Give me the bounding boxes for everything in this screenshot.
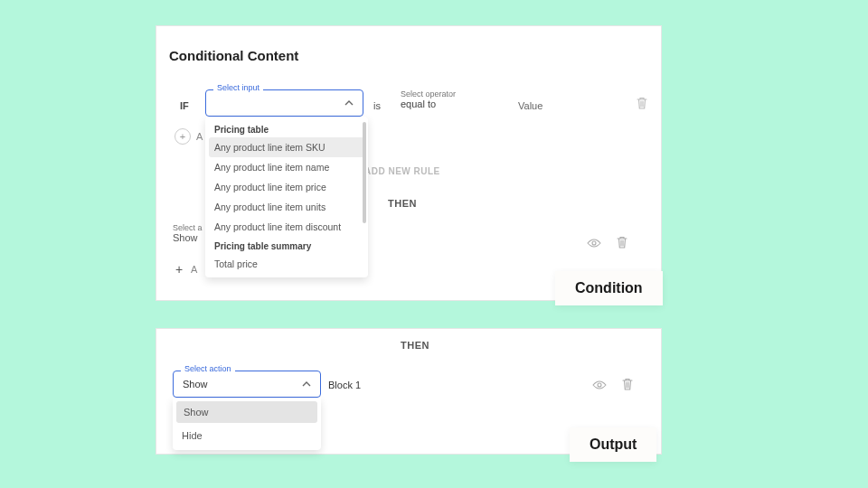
select-action-dropdown-menu: Show Hide: [173, 398, 321, 450]
add-condition-button[interactable]: + A: [175, 128, 203, 145]
select-input-field[interactable]: [206, 90, 363, 116]
dropdown-group-header: Pricing table: [205, 120, 368, 137]
svg-point-1: [598, 383, 601, 387]
trash-icon[interactable]: [616, 236, 628, 249]
scrollbar[interactable]: [363, 122, 366, 223]
then-label: THEN: [388, 198, 417, 209]
operator-group[interactable]: Select operator equal to: [401, 89, 456, 109]
dropdown-item[interactable]: Any product line item price: [205, 177, 368, 197]
is-label: is: [373, 100, 381, 111]
dropdown-item[interactable]: Any product line item SKU: [209, 137, 364, 157]
page-title: Conditional Content: [169, 48, 298, 63]
svg-point-0: [592, 241, 596, 245]
dropdown-group-header: Pricing table summary: [205, 237, 368, 254]
add-action-button[interactable]: + A: [173, 263, 197, 276]
eye-icon[interactable]: [592, 380, 607, 390]
dropdown-item[interactable]: Hide: [173, 425, 321, 446]
then-label: THEN: [401, 340, 429, 351]
dropdown-item[interactable]: Any product line item units: [205, 197, 368, 217]
trash-icon[interactable]: [621, 378, 634, 391]
select-action-value: Show: [173, 232, 198, 243]
plus-icon: +: [173, 263, 185, 276]
eye-icon[interactable]: [587, 238, 601, 249]
select-action-dropdown[interactable]: Select action Show: [173, 371, 321, 398]
operator-label: Select operator: [401, 89, 456, 99]
dropdown-item[interactable]: Any product line item discount: [205, 217, 368, 237]
select-input-dropdown[interactable]: Select input: [205, 89, 363, 117]
dropdown-item[interactable]: Total price: [205, 254, 368, 274]
select-action-label: Select a: [173, 223, 203, 232]
dropdown-item[interactable]: Show: [176, 401, 317, 423]
add-new-rule-button[interactable]: ADD NEW RULE: [364, 166, 440, 176]
select-action-group[interactable]: Select a Show: [173, 223, 203, 243]
value-field[interactable]: Value: [518, 100, 542, 111]
operator-value: equal to: [401, 99, 436, 109]
dropdown-item[interactable]: Any product line item name: [205, 157, 368, 177]
output-tag: Output: [570, 427, 656, 462]
add-action-label: A: [191, 264, 197, 275]
chevron-up-icon: [302, 381, 311, 387]
select-input-dropdown-menu: Pricing table Any product line item SKU …: [205, 117, 368, 277]
delete-rule-button[interactable]: [636, 97, 648, 110]
chevron-up-icon: [344, 100, 354, 106]
select-action-value: Show: [183, 379, 208, 389]
condition-tag: Condition: [555, 271, 663, 305]
action-icons: [587, 236, 628, 249]
conditional-content-panel: Conditional Content IF Select input is S…: [156, 25, 662, 301]
plus-icon: +: [175, 128, 191, 145]
if-label: IF: [180, 100, 189, 111]
block-label: Block 1: [328, 380, 361, 390]
select-action-field[interactable]: Show: [174, 371, 320, 397]
add-condition-label: A: [196, 131, 203, 142]
action-icons: [592, 378, 634, 391]
